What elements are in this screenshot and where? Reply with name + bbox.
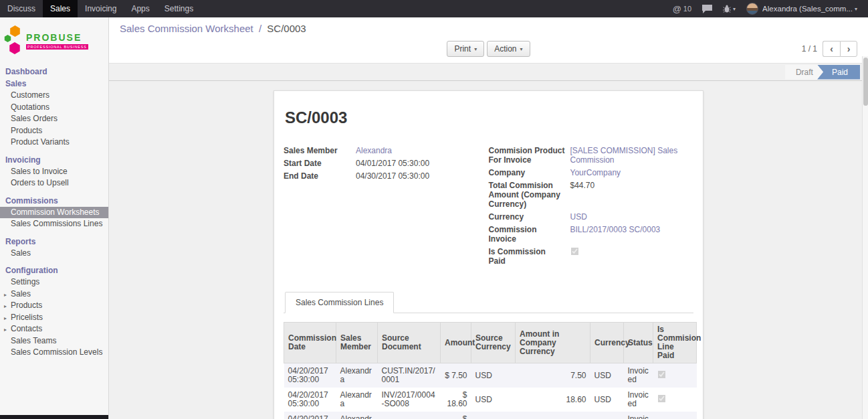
scrollbar-thumb[interactable]: [863, 58, 868, 106]
sidebar-item-sales-commissions-lines[interactable]: Sales Commissions Lines: [0, 218, 108, 230]
sidebar-section-invoicing[interactable]: Invoicing: [0, 154, 108, 166]
sidebar-item-product-variants[interactable]: Product Variants: [0, 137, 108, 149]
column-amount-company-currency[interactable]: Amount in Company Currency: [516, 323, 590, 363]
status-paid-active[interactable]: Paid: [817, 65, 860, 80]
menu-invoicing[interactable]: Invoicing: [78, 0, 124, 17]
sidebar-item-config-products[interactable]: ▸ Products: [0, 300, 108, 312]
cell-status: Invoiced: [624, 412, 653, 419]
column-source-document[interactable]: Source Document: [378, 323, 441, 363]
sidebar-section-dashboard[interactable]: Dashboard: [0, 66, 108, 78]
caret-down-icon: ▾: [474, 46, 477, 52]
sidebar-item-products[interactable]: Products: [0, 125, 108, 137]
sidebar-section-reports[interactable]: Reports: [0, 236, 108, 248]
cell-line-paid: [653, 388, 697, 412]
sidebar-item-sales-commission-levels[interactable]: Sales Commission Levels: [0, 347, 108, 359]
sidebar-section-sales[interactable]: Sales: [0, 78, 108, 90]
notebook: Sales Commission Lines Commission Date S…: [284, 292, 693, 419]
menu-sales[interactable]: Sales: [43, 0, 78, 17]
sidebar-item-sales-to-invoice[interactable]: Sales to Invoice: [0, 166, 108, 178]
cell-line-paid: [653, 412, 697, 419]
menu-apps[interactable]: Apps: [124, 0, 156, 17]
cell-amount: $ 7.50: [441, 363, 471, 388]
cell-member: Alexandra: [336, 388, 378, 412]
cell-source-currency: USD: [471, 412, 516, 419]
hexagon-orange-icon: [9, 25, 21, 37]
field-value-commission-invoice[interactable]: BILL/2017/0003 SC/0003: [570, 225, 694, 244]
sidebar-item-customers[interactable]: Customers: [0, 90, 108, 102]
column-commission-date[interactable]: Commission Date: [284, 323, 336, 363]
breadcrumb-parent-link[interactable]: Sales Commission Worksheet: [120, 23, 253, 34]
sidebar-item-sales-teams[interactable]: Sales Teams: [0, 335, 108, 347]
main-menu: Discuss Sales Invoicing Apps Settings: [0, 0, 201, 17]
status-draft[interactable]: Draft: [785, 65, 823, 80]
cell-status: Invoiced: [624, 388, 653, 412]
sidebar-item-label: Pricelists: [11, 313, 43, 322]
hexagon-green-icon: [4, 35, 11, 42]
field-label-end-date: End Date: [284, 171, 356, 181]
menu-discuss[interactable]: Discuss: [0, 0, 43, 17]
field-value-total-commission: $44.70: [570, 181, 694, 209]
field-value-commission-product[interactable]: [SALES COMMISSION] Sales Commission: [570, 146, 694, 165]
brand-name: PROBUSE: [26, 32, 88, 43]
field-value-company[interactable]: YourCompany: [570, 168, 694, 177]
action-button[interactable]: Action ▾: [487, 41, 530, 57]
sidebar-section-configuration[interactable]: Configuration: [0, 264, 108, 276]
print-button[interactable]: Print ▾: [447, 41, 484, 57]
cell-amount: $ 18.60: [441, 412, 471, 419]
cell-currency: USD: [590, 412, 624, 419]
sidebar-item-commission-worksheets[interactable]: Commission Worksheets: [0, 207, 108, 219]
user-menu[interactable]: Alexandra (Sales_comm... ▾: [741, 0, 863, 17]
messages-menu[interactable]: [697, 0, 718, 17]
field-label-company: Company: [489, 168, 570, 177]
field-value-end-date: 04/30/2017 05:30:00: [356, 171, 469, 181]
line-paid-checkbox: [657, 371, 665, 379]
field-value-start-date: 04/01/2017 05:30:00: [356, 159, 469, 168]
pager-next-button[interactable]: ›: [840, 41, 857, 57]
sidebar-item-settings[interactable]: Settings: [0, 276, 108, 288]
vertical-scrollbar[interactable]: [862, 56, 868, 419]
column-currency[interactable]: Currency: [590, 323, 624, 363]
cell-amount-company: 18.60: [516, 412, 590, 419]
table-row[interactable]: 04/20/2017 05:30:00 Alexandra CUST.IN/20…: [284, 363, 697, 388]
company-logo: PROBUSE PROFESSIONAL BUSINESS: [0, 17, 108, 66]
line-paid-checkbox: [657, 395, 665, 403]
table-row[interactable]: 04/20/2017 05:30:00 Alexandra INV/2017/0…: [284, 388, 697, 412]
pager: 1 / 1 ‹ ›: [802, 41, 857, 57]
cell-amount-company: 18.60: [516, 388, 590, 412]
table-row[interactable]: 04/20/2017 10:35:53 Alexandra SO008 $ 18…: [284, 412, 697, 419]
column-source-currency[interactable]: Source Currency: [471, 323, 516, 363]
sidebar-nav: Dashboard Sales Customers Quotations Sal…: [0, 66, 108, 359]
sidebar: PROBUSE PROFESSIONAL BUSINESS Dashboard …: [0, 17, 109, 419]
sidebar-item-orders-to-upsell[interactable]: Orders to Upsell: [0, 177, 108, 189]
column-sales-member[interactable]: Sales Member: [336, 323, 378, 363]
sidebar-section-commissions[interactable]: Commissions: [0, 195, 108, 207]
activities-menu[interactable]: @ 10: [667, 0, 697, 17]
field-value-sales-member[interactable]: Alexandra: [356, 146, 469, 155]
field-value-currency[interactable]: USD: [570, 212, 694, 222]
sidebar-item-quotations[interactable]: Quotations: [0, 102, 108, 114]
menu-settings[interactable]: Settings: [157, 0, 201, 17]
sidebar-item-sales-orders[interactable]: Sales Orders: [0, 113, 108, 125]
systray: @ 10 ▾ Alexandra (Sales_comm... ▾: [667, 0, 868, 17]
debug-menu[interactable]: ▾: [718, 0, 741, 17]
sidebar-item-config-pricelists[interactable]: ▸ Pricelists: [0, 312, 108, 324]
user-avatar: [746, 3, 758, 15]
column-is-commission-line-paid[interactable]: Is Commision Line Paid: [653, 323, 697, 363]
tab-sales-commission-lines[interactable]: Sales Commission Lines: [285, 292, 394, 313]
breadcrumb-separator: /: [259, 23, 261, 34]
sidebar-footer-bar[interactable]: [0, 415, 108, 419]
pager-previous-button[interactable]: ‹: [823, 41, 840, 57]
control-panel-actions: Print ▾ Action ▾ 1 / 1 ‹ ›: [120, 39, 857, 59]
sidebar-item-config-contacts[interactable]: ▸ Contacts: [0, 323, 108, 335]
cell-source-currency: USD: [471, 388, 516, 412]
caret-down-icon: ▾: [855, 6, 857, 12]
column-amount[interactable]: Amount: [441, 323, 471, 363]
caret-down-icon: ▾: [733, 6, 736, 12]
sidebar-item-config-sales[interactable]: ▸ Sales: [0, 288, 108, 301]
logo-hexagons: [4, 25, 24, 56]
column-status[interactable]: Status: [624, 323, 653, 363]
sidebar-item-reports-sales[interactable]: Sales: [0, 248, 108, 260]
cell-source: INV/2017/0004-SO008: [378, 388, 441, 412]
cell-line-paid: [653, 363, 697, 388]
at-icon: @: [673, 4, 681, 14]
